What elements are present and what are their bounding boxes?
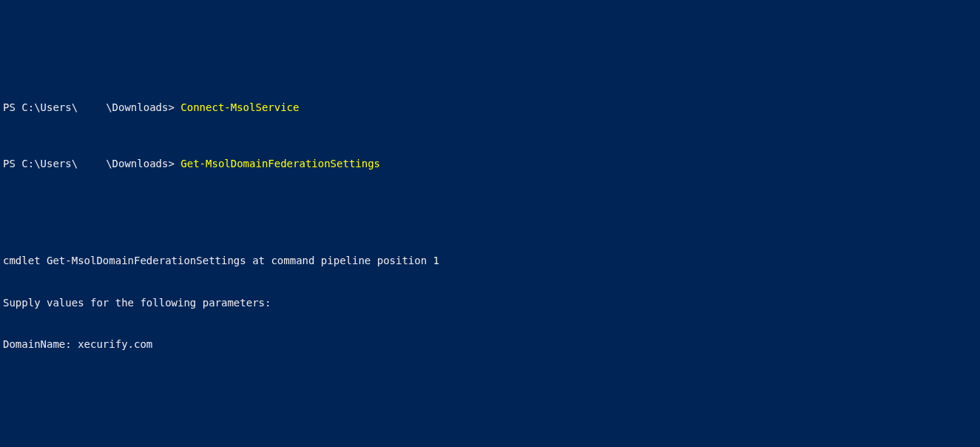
- command-text: Get-MsolDomainFederationSettings: [180, 157, 380, 171]
- terminal-output[interactable]: PS C:\Users\\Downloads> Connect-MsolServ…: [3, 59, 977, 447]
- federation-settings-table: ActiveLogOnUri: DefaultInteractiveAuthen…: [3, 435, 977, 447]
- path-start: C:\Users\: [21, 101, 78, 115]
- ps-prefix: PS: [3, 157, 21, 171]
- path-end: \Downloads>: [106, 101, 180, 115]
- ps-prefix: PS: [3, 101, 21, 115]
- redacted-username: [78, 101, 106, 115]
- cmdlet-info-block: cmdlet Get-MsolDomainFederationSettings …: [3, 226, 977, 380]
- path-end: \Downloads>: [106, 157, 180, 171]
- cmdlet-supply-values: Supply values for the following paramete…: [3, 296, 977, 310]
- redacted-username: [78, 157, 106, 171]
- command-text: Connect-MsolService: [180, 101, 299, 115]
- cmdlet-pipeline-info: cmdlet Get-MsolDomainFederationSettings …: [3, 254, 977, 268]
- cmdlet-domain-name: DomainName: xecurify.com: [3, 337, 977, 352]
- path-start: C:\Users\: [21, 157, 78, 171]
- prompt-line-1: PS C:\Users\\Downloads> Connect-MsolServ…: [3, 101, 977, 115]
- prompt-line-2: PS C:\Users\\Downloads> Get-MsolDomainFe…: [3, 157, 977, 171]
